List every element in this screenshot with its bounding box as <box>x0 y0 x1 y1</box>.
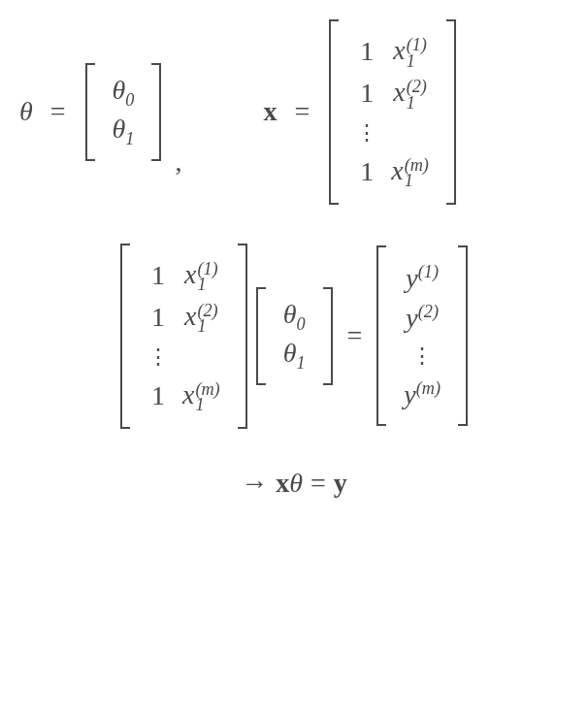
theta-symbol: θ <box>19 96 33 127</box>
x-design-matrix-2: 1 x(1)1 1 x(2)1 ⋮ 1 x(m)1 <box>120 244 247 429</box>
equals-sign: = <box>286 96 317 127</box>
matrix-x-1-m: x(m)1 <box>182 379 220 409</box>
equals-sign: = <box>303 468 334 499</box>
x-design-matrix: 1 x(1)1 1 x(2)1 ⋮ 1 x(m)1 <box>329 19 456 205</box>
vdots: ⋮ <box>356 118 377 147</box>
vdots: ⋮ <box>404 342 441 371</box>
matrix-x-1-2: x(2)1 <box>184 301 218 331</box>
math-equations-block: θ = θ0 θ1 , x = 1 x(1)1 1 <box>19 19 569 499</box>
arrow-symbol: → <box>241 468 268 499</box>
x-bold-symbol: x <box>263 96 277 127</box>
y-m: y(m) <box>404 379 441 409</box>
matrix-x-1-1: x(1)1 <box>393 35 427 65</box>
matrix-one: 1 <box>356 35 377 69</box>
equation-row-1: θ = θ0 θ1 , x = 1 x(1)1 1 <box>19 19 569 205</box>
theta-0: θ0 <box>283 299 306 329</box>
equals-sign: = <box>340 320 371 351</box>
matrix-x-1-1: x(1)1 <box>184 259 218 289</box>
y-column-vector: y(1) y(2) ⋮ y(m) <box>376 245 468 426</box>
theta-1: θ1 <box>113 114 135 144</box>
equals-sign: = <box>43 96 74 127</box>
theta-column-vector: θ0 θ1 <box>85 63 162 161</box>
equation-row-2: 1 x(1)1 1 x(2)1 ⋮ 1 x(m)1 <box>19 244 569 429</box>
theta-1: θ1 <box>283 338 306 368</box>
x-bold-final: x <box>276 468 289 499</box>
matrix-one: 1 <box>356 77 377 111</box>
theta-final: θ <box>289 468 303 499</box>
matrix-x-1-m: x(m)1 <box>391 155 429 185</box>
vdots: ⋮ <box>147 342 169 372</box>
matrix-one: 1 <box>147 259 169 293</box>
theta-column-vector-2: θ0 θ1 <box>256 287 333 385</box>
matrix-x-1-2: x(2)1 <box>393 77 427 107</box>
theta-0: θ0 <box>113 75 135 105</box>
matrix-one: 1 <box>356 155 377 189</box>
matrix-one: 1 <box>147 379 169 413</box>
comma: , <box>173 147 185 178</box>
y-1: y(1) <box>406 263 439 293</box>
y-bold-final: y <box>334 468 347 499</box>
matrix-one: 1 <box>147 301 169 335</box>
equation-row-3: → xθ = y <box>19 468 569 499</box>
y-2: y(2) <box>406 303 439 333</box>
